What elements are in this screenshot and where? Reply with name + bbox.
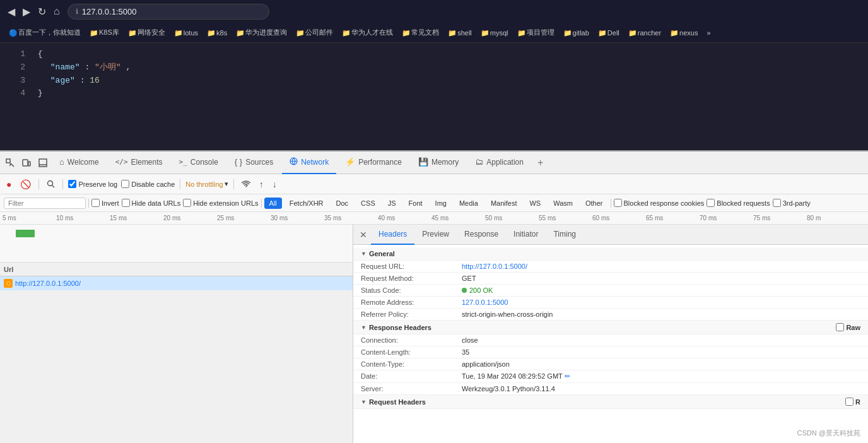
filter-input[interactable] <box>4 198 86 209</box>
tab-response[interactable]: Response <box>457 225 506 245</box>
type-btn-doc[interactable]: Doc <box>331 198 354 209</box>
tab-timing[interactable]: Timing <box>546 225 584 245</box>
forward-button[interactable]: ▶ <box>20 4 33 19</box>
detail-label: Request Method: <box>361 275 462 282</box>
bookmark-gitlab[interactable]: 📁 gitlab <box>560 28 593 38</box>
timeline-tick: 35 ms <box>324 215 341 222</box>
timeline-tick: 75 ms <box>753 215 770 222</box>
address-bar[interactable]: ℹ 127.0.0.1:5000 <box>67 4 269 20</box>
bookmark-mysql[interactable]: 📁 mysql <box>477 28 512 38</box>
tab-application[interactable]: 🗂 Application <box>467 151 531 174</box>
bookmark-k8s[interactable]: 📁 K8S库 <box>86 27 123 38</box>
general-section-header[interactable]: ▼ General <box>353 247 868 261</box>
detail-label: Content-Type: <box>361 360 462 368</box>
folder-icon: 📁 <box>402 29 409 37</box>
type-btn-wasm[interactable]: Wasm <box>548 198 578 209</box>
type-btn-other[interactable]: Other <box>580 198 608 209</box>
wifi-button[interactable] <box>239 179 253 189</box>
bookmark-project[interactable]: 📁 项目管理 <box>513 27 558 38</box>
type-btn-css[interactable]: CSS <box>356 198 380 209</box>
bookmark-security[interactable]: 📁 网络安全 <box>124 27 169 38</box>
edit-icon[interactable]: ✏ <box>565 372 570 380</box>
inspect-element-button[interactable] <box>3 157 18 169</box>
type-btn-manifest[interactable]: Manifest <box>486 198 522 209</box>
network-toolbar: ● 🚫 Preserve log Disable cache No thrott… <box>0 174 868 194</box>
hide-data-urls-checkbox[interactable]: Hide data URLs <box>122 199 181 207</box>
tab-network[interactable]: Network <box>282 151 336 174</box>
preserve-log-input[interactable] <box>68 180 76 188</box>
add-tab-button[interactable]: + <box>532 151 548 174</box>
back-button[interactable]: ◀ <box>5 4 18 19</box>
raw-checkbox[interactable]: R <box>845 398 860 406</box>
type-btn-img[interactable]: Img <box>430 198 452 209</box>
response-headers-section-header[interactable]: ▼ Response Headers Raw <box>353 321 868 334</box>
tab-preview[interactable]: Preview <box>414 225 457 245</box>
code-line-3: 3 "age" : 16 <box>10 74 858 88</box>
bookmark-mail[interactable]: 📁 公司邮件 <box>292 27 337 38</box>
tab-console[interactable]: >_ Console <box>172 151 226 174</box>
record-button[interactable]: ● <box>4 178 14 191</box>
type-btn-js[interactable]: JS <box>383 198 401 209</box>
tab-sources[interactable]: { } Sources <box>227 151 281 174</box>
raw-input[interactable] <box>836 323 844 331</box>
home-button[interactable]: ⌂ <box>51 4 62 18</box>
json-key: "name" <box>50 62 80 72</box>
bookmark-huawei-progress[interactable]: 📁 华为进度查询 <box>232 27 291 38</box>
refresh-button[interactable]: ↻ <box>35 4 49 19</box>
type-btn-fetch[interactable]: Fetch/XHR <box>284 198 329 209</box>
upload-button[interactable]: ↑ <box>257 178 266 191</box>
json-key: "age" <box>50 76 75 85</box>
blocked-requests-checkbox[interactable]: Blocked requests <box>707 199 770 207</box>
tab-memory[interactable]: 💾 Memory <box>411 151 466 174</box>
type-btn-ws[interactable]: WS <box>524 198 546 209</box>
bookmark-rancher[interactable]: 📁 rancher <box>625 28 665 38</box>
blocked-requests-input[interactable] <box>707 199 715 207</box>
tab-welcome[interactable]: ⌂ Welcome <box>52 151 107 174</box>
disable-cache-input[interactable] <box>121 180 129 188</box>
bookmark-lotus[interactable]: 📁 lotus <box>170 28 202 38</box>
bookmark-huawei-talent[interactable]: 📁 华为人才在线 <box>338 27 397 38</box>
drawer-button[interactable] <box>35 157 50 169</box>
folder-icon: 📁 <box>670 29 677 37</box>
invert-label: Invert <box>102 199 119 207</box>
hide-extension-urls-input[interactable] <box>183 199 191 207</box>
search-button[interactable] <box>44 179 57 189</box>
bookmark-shell[interactable]: 📁 shell <box>444 28 476 38</box>
bookmark-nexus[interactable]: 📁 nexus <box>666 28 701 38</box>
disable-cache-checkbox[interactable]: Disable cache <box>121 180 175 188</box>
tab-headers[interactable]: Headers <box>371 225 414 245</box>
type-btn-all[interactable]: All <box>264 198 282 209</box>
bookmark-more[interactable]: » <box>703 28 714 38</box>
details-tabs-bar: ✕ Headers Preview Response Initiator Tim… <box>353 225 868 245</box>
folder-icon: 📁 <box>517 29 525 37</box>
bookmark-k8s2[interactable]: 📁 k8s <box>203 28 231 38</box>
bookmark-dell[interactable]: 📁 Dell <box>594 28 623 38</box>
blocked-cookies-input[interactable] <box>614 199 622 207</box>
tab-elements[interactable]: </> Elements <box>108 151 170 174</box>
download-button[interactable]: ↓ <box>270 178 279 191</box>
third-party-input[interactable] <box>773 199 781 207</box>
raw-label: R <box>855 398 860 406</box>
hide-data-urls-input[interactable] <box>122 199 130 207</box>
invert-checkbox[interactable]: Invert <box>91 199 119 207</box>
invert-input[interactable] <box>91 199 100 207</box>
bookmark-docs[interactable]: 📁 常见文档 <box>398 27 443 38</box>
bookmark-baidu[interactable]: 🔵 百度一下，你就知道 <box>5 27 85 38</box>
clear-button[interactable]: 🚫 <box>18 178 33 191</box>
raw-checkbox[interactable]: Raw <box>836 323 860 331</box>
raw-input[interactable] <box>845 398 853 406</box>
third-party-checkbox[interactable]: 3rd-party <box>773 199 811 207</box>
throttle-select[interactable]: No throttling ▾ <box>185 180 228 188</box>
preserve-log-checkbox[interactable]: Preserve log <box>68 180 117 188</box>
detail-value: Tue, 19 Mar 2024 08:29:52 GMT ✏ <box>462 372 860 381</box>
type-btn-font[interactable]: Font <box>404 198 428 209</box>
device-toolbar-button[interactable] <box>19 157 34 169</box>
close-panel-button[interactable]: ✕ <box>356 228 371 242</box>
blocked-cookies-checkbox[interactable]: Blocked response cookies <box>614 199 705 207</box>
hide-extension-urls-checkbox[interactable]: Hide extension URLs <box>183 199 258 207</box>
type-btn-media[interactable]: Media <box>454 198 483 209</box>
request-headers-section-header[interactable]: ▼ Request Headers R <box>353 395 868 409</box>
request-row[interactable]: ⬡ http://127.0.0.1:5000/ <box>0 276 353 290</box>
tab-initiator[interactable]: Initiator <box>506 225 546 245</box>
tab-performance[interactable]: ⚡ Performance <box>337 151 409 174</box>
